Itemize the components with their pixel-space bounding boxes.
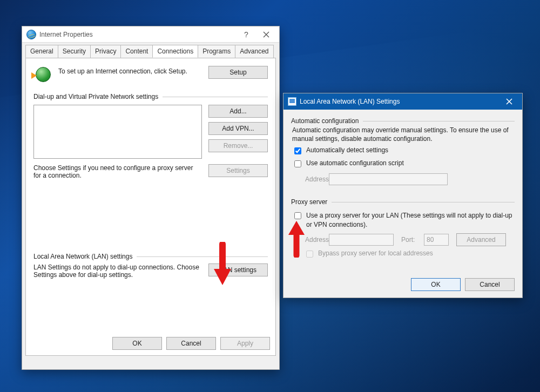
auto-script-label: Use automatic configuration script bbox=[306, 159, 404, 167]
dialup-group-label: Dial-up and Virtual Private Network sett… bbox=[33, 93, 268, 100]
titlebar[interactable]: Internet Properties ? bbox=[22, 26, 279, 43]
lan-text: LAN Settings do not apply to dial-up con… bbox=[33, 263, 202, 279]
script-address-label: Address bbox=[292, 175, 325, 183]
setup-text: To set up an Internet connection, click … bbox=[58, 66, 197, 76]
proxy-label: Proxy server bbox=[291, 198, 327, 206]
tab-content[interactable]: Content bbox=[120, 45, 153, 58]
bypass-checkbox bbox=[306, 251, 313, 258]
use-proxy-label: Use a proxy server for your LAN (These s… bbox=[306, 211, 514, 228]
use-proxy-checkbox[interactable] bbox=[294, 212, 301, 219]
proxy-port-input bbox=[424, 234, 449, 246]
setup-button[interactable]: Setup bbox=[208, 66, 268, 79]
ok-button[interactable]: OK bbox=[411, 278, 461, 291]
auto-detect-label: Automatically detect settings bbox=[306, 146, 388, 154]
tab-privacy[interactable]: Privacy bbox=[90, 45, 121, 58]
auto-detect-row[interactable]: Automatically detect settings bbox=[292, 146, 514, 156]
dialup-listbox[interactable] bbox=[33, 105, 202, 159]
tab-security[interactable]: Security bbox=[58, 45, 91, 58]
add-vpn-button[interactable]: Add VPN... bbox=[208, 122, 268, 135]
script-address-input bbox=[329, 173, 448, 185]
internet-properties-dialog: Internet Properties ? General Security P… bbox=[22, 26, 280, 370]
cancel-button[interactable]: Cancel bbox=[166, 337, 216, 350]
ok-button[interactable]: OK bbox=[112, 337, 162, 350]
settings-button: Settings bbox=[208, 164, 268, 177]
proxy-address-input bbox=[329, 234, 394, 246]
tab-general[interactable]: General bbox=[25, 45, 58, 58]
remove-button: Remove... bbox=[208, 139, 268, 152]
use-proxy-row[interactable]: Use a proxy server for your LAN (These s… bbox=[292, 211, 514, 228]
tab-connections[interactable]: Connections bbox=[152, 45, 198, 58]
auto-config-text: Automatic configuration may override man… bbox=[292, 126, 514, 143]
auto-script-row[interactable]: Use automatic configuration script bbox=[292, 159, 514, 169]
close-button[interactable] bbox=[255, 27, 277, 42]
window-title: Internet Properties bbox=[39, 31, 237, 38]
tab-advanced[interactable]: Advanced bbox=[235, 45, 273, 58]
bypass-row: Bypass proxy server for local addresses bbox=[304, 249, 514, 259]
titlebar[interactable]: Local Area Network (LAN) Settings bbox=[284, 93, 522, 110]
cancel-button[interactable]: Cancel bbox=[465, 278, 515, 291]
apply-button: Apply bbox=[220, 337, 270, 350]
lan-settings-button[interactable]: LAN settings bbox=[208, 263, 268, 276]
ie-icon bbox=[26, 30, 36, 39]
bypass-label: Bypass proxy server for local addresses bbox=[318, 249, 433, 257]
window-title: Local Area Network (LAN) Settings bbox=[300, 98, 498, 105]
connections-pane: To set up an Internet connection, click … bbox=[25, 58, 276, 356]
lan-group-label: Local Area Network (LAN) settings bbox=[33, 253, 268, 260]
lan-settings-dialog: Local Area Network (LAN) Settings Automa… bbox=[283, 93, 523, 298]
tab-programs[interactable]: Programs bbox=[198, 45, 235, 58]
auto-script-checkbox[interactable] bbox=[294, 160, 301, 167]
proxy-address-label: Address: bbox=[292, 236, 325, 244]
advanced-button: Advanced bbox=[456, 233, 506, 246]
proxy-port-label: Port: bbox=[398, 236, 420, 244]
auto-detect-checkbox[interactable] bbox=[294, 147, 301, 154]
close-button[interactable] bbox=[498, 94, 520, 109]
lan-body: Automatic configuration Automatic config… bbox=[284, 110, 522, 266]
lan-icon bbox=[288, 97, 296, 106]
choose-settings-text: Choose Settings if you need to configure… bbox=[33, 164, 202, 179]
add-button[interactable]: Add... bbox=[208, 105, 268, 118]
auto-config-label: Automatic configuration bbox=[291, 117, 359, 125]
globe-icon bbox=[33, 66, 52, 84]
tab-bar: General Security Privacy Content Connect… bbox=[22, 43, 279, 58]
help-button[interactable]: ? bbox=[237, 27, 255, 42]
